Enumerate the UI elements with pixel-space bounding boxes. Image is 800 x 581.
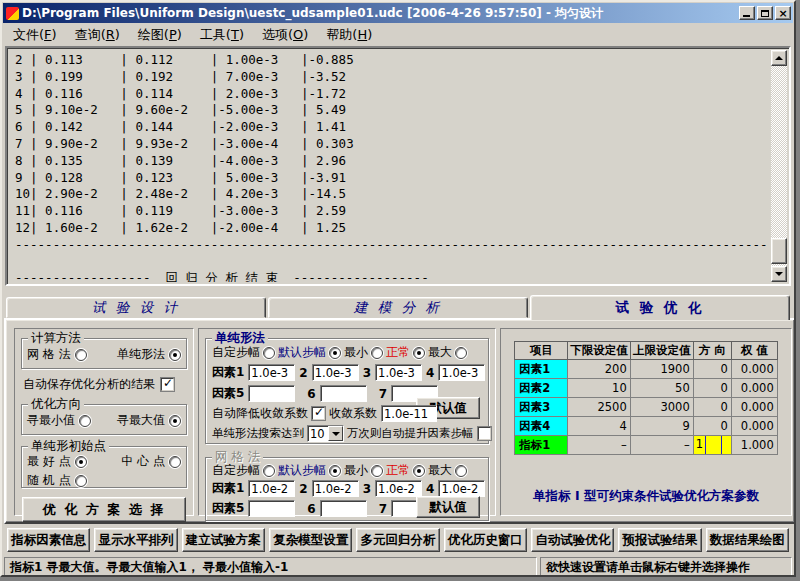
btn-optimization-history-window[interactable]: 优化历史窗口 [444, 528, 527, 552]
table-header-row: 项目 下限设定值 上限设定值 方 向 权 值 [515, 342, 778, 360]
scroll-down-button[interactable] [771, 266, 787, 282]
table-row-indicator-1: 指标1 – – 1 1.000 [515, 436, 778, 455]
tab-experiment-optimization[interactable]: 试 验 优 化 [530, 295, 790, 320]
vertical-scrollbar[interactable] [771, 50, 787, 282]
auto-converge-checkbox[interactable] [312, 407, 325, 420]
menu-plot[interactable]: 绘图(P) [129, 25, 191, 45]
menu-options[interactable]: 选项(O) [253, 25, 317, 45]
status-message: 指标1 寻最大值。寻最大值输入1， 寻最小值输入-1 [4, 557, 537, 576]
optimization-tab-page: 计算方法 网 格 法 单纯形法 自动保存优化分析的结果 优化方向 寻最小值 [4, 318, 796, 524]
btn-create-experiment-plan[interactable]: 建立试验方案 [182, 528, 265, 552]
optimize-direction-group: 优化方向 寻最小值 寻最大值 [21, 404, 187, 435]
bottom-button-bar: 指标因素信息 显示水平排列 建立试验方案 复杂模型设置 多元回归分析 优化历史窗… [5, 528, 791, 553]
radio-random-point[interactable] [75, 475, 87, 487]
grid-factor-6-input[interactable] [320, 500, 367, 517]
menu-help[interactable]: 帮助(H) [317, 25, 381, 45]
grid-default-values-button[interactable]: 默认值 [416, 496, 480, 518]
btn-multi-regression-analysis[interactable]: 多元回归分析 [356, 528, 439, 552]
minimize-button[interactable] [739, 6, 755, 20]
grid-factor-5-input[interactable] [248, 500, 295, 517]
menu-bar: 文件(F) 查询(R) 绘图(P) 工具(T) 选项(O) 帮助(H) [4, 24, 792, 45]
regression-output-text: 2 | 0.113 | 0.112 | 1.00e-3 |-0.885 3 | … [9, 50, 771, 282]
simplex-method-group: 单纯形法 自定步幅 默认步幅 最小 正常 最大 因素1 2 3 [205, 338, 489, 444]
chevron-down-icon[interactable] [328, 426, 343, 441]
radio-simplex-default-step[interactable] [329, 347, 341, 359]
left-options-panel: 计算方法 网 格 法 单纯形法 自动保存优化分析的结果 优化方向 寻最小值 [14, 328, 194, 516]
simplex-factor-2-input[interactable] [312, 364, 359, 381]
radio-grid-method[interactable] [75, 349, 87, 361]
direction-edit-cell[interactable]: 1 [693, 436, 731, 455]
btn-predict-experiment-results[interactable]: 预报试验结果 [618, 528, 701, 552]
arrow-down-icon [775, 272, 783, 276]
radio-grid-default-step[interactable] [329, 465, 341, 477]
table-row-factor-2: 因素2 10 50 0 0.000 [515, 379, 778, 398]
radio-grid-custom-step[interactable] [263, 465, 275, 477]
radio-grid-step-normal[interactable] [413, 465, 425, 477]
search-count-dropdown[interactable]: 10 [307, 425, 344, 442]
simplex-factor-1-input[interactable] [248, 364, 295, 381]
grid-factor-2-input[interactable] [312, 480, 359, 497]
radio-simplex-method[interactable] [169, 349, 181, 361]
menu-file[interactable]: 文件(F) [4, 25, 66, 45]
auto-raise-step-checkbox[interactable] [478, 427, 491, 440]
converge-coefficient-input[interactable] [381, 405, 437, 422]
edit-cursor [706, 436, 722, 454]
menu-query[interactable]: 查询(R) [66, 25, 129, 45]
menu-tools[interactable]: 工具(T) [191, 25, 253, 45]
scroll-up-button[interactable] [771, 50, 787, 66]
optimization-params-table: 项目 下限设定值 上限设定值 方 向 权 值 因素1 200 1900 0 0.… [514, 341, 778, 455]
radio-center-point[interactable] [169, 456, 181, 468]
grid-factor-3-input[interactable] [375, 480, 422, 497]
radio-simplex-step-min[interactable] [371, 347, 383, 359]
maximize-button[interactable] [757, 6, 773, 20]
btn-show-level-arrangement[interactable]: 显示水平排列 [94, 528, 177, 552]
simplex-initial-point-group: 单纯形初始点 最 好 点 中 心 点 随 机 点 [21, 446, 187, 488]
title-bar[interactable]: D:\Program Files\Uniform Design\uestc_ud… [3, 3, 793, 23]
parameters-panel: 项目 下限设定值 上限设定值 方 向 权 值 因素1 200 1900 0 0.… [500, 328, 792, 516]
simplex-factor-6-input[interactable] [320, 385, 367, 402]
scrollbar-thumb[interactable] [771, 238, 787, 264]
regression-output-area: 2 | 0.113 | 0.112 | 1.00e-3 |-0.885 3 | … [5, 46, 791, 286]
radio-grid-step-min[interactable] [371, 465, 383, 477]
tab-experiment-design[interactable]: 试 验 设 计 [6, 297, 266, 318]
app-icon [6, 7, 19, 20]
scheme-caption: 单指标 I 型可约束条件试验优化方案参数 [501, 488, 791, 505]
btn-complex-model-settings[interactable]: 复杂模型设置 [269, 528, 352, 552]
tab-strip: 试 验 设 计 建 模 分 析 试 验 优 化 [6, 293, 790, 318]
radio-grid-step-max[interactable] [455, 465, 467, 477]
grid-method-group: 网 格 法 自定步幅 默认步幅 最小 正常 最大 因素1 2 3 [205, 457, 489, 521]
window-title: D:\Program Files\Uniform Design\uestc_ud… [22, 5, 739, 22]
grid-factor-4-input[interactable] [438, 480, 485, 497]
maximize-icon [761, 10, 769, 17]
radio-best-point[interactable] [75, 456, 87, 468]
simplex-factor-4-input[interactable] [438, 364, 485, 381]
btn-indicator-factor-info[interactable]: 指标因素信息 [7, 528, 90, 552]
radio-simplex-custom-step[interactable] [263, 347, 275, 359]
calc-method-group: 计算方法 网 格 法 单纯形法 [21, 338, 187, 369]
table-row-factor-3: 因素3 2500 3000 0 0.000 [515, 398, 778, 417]
minimize-icon [743, 15, 750, 17]
table-row-factor-1: 因素1 200 1900 0 0.000 [515, 360, 778, 379]
status-hint: 欲快速设置请单击鼠标右键并选择操作 [540, 557, 792, 576]
tab-modeling-analysis[interactable]: 建 模 分 析 [268, 297, 528, 318]
simplex-factor-3-input[interactable] [375, 364, 422, 381]
radio-seek-maximum[interactable] [169, 415, 181, 427]
close-button[interactable]: × [775, 6, 791, 20]
step-settings-panel: 单纯形法 自定步幅 默认步幅 最小 正常 最大 因素1 2 3 [198, 328, 496, 516]
radio-simplex-step-normal[interactable] [413, 347, 425, 359]
grid-factor-1-input[interactable] [248, 480, 295, 497]
btn-data-results-plot[interactable]: 数据结果绘图 [706, 528, 789, 552]
optimization-plan-select-button[interactable]: 优 化 方 案 选 择 [22, 497, 186, 522]
radio-seek-minimum[interactable] [79, 415, 91, 427]
radio-simplex-step-max[interactable] [455, 347, 467, 359]
simplex-factor-5-input[interactable] [248, 385, 295, 402]
arrow-up-icon [775, 56, 783, 60]
autosave-checkbox[interactable] [161, 378, 174, 391]
status-bar: 指标1 寻最大值。寻最大值输入1， 寻最小值输入-1 欲快速设置请单击鼠标右键并… [4, 557, 792, 576]
app-window: D:\Program Files\Uniform Design\uestc_ud… [0, 0, 796, 577]
table-row-factor-4: 因素4 4 9 0 0.000 [515, 417, 778, 436]
btn-auto-experiment-optimize[interactable]: 自动试验优化 [531, 528, 614, 552]
